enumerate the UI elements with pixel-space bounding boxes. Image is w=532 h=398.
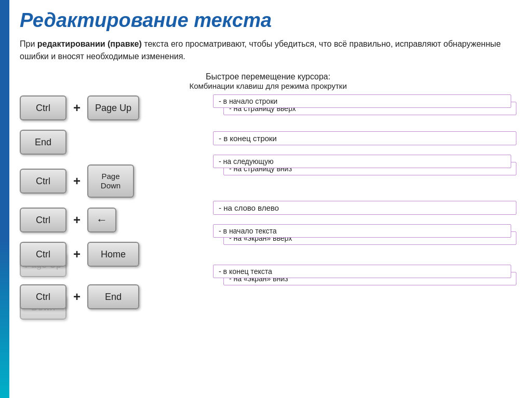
key-end-2: End xyxy=(87,284,139,309)
desc-wordleft: - на слово влево xyxy=(213,201,516,215)
key-row-ctrl-end-wrapper: Down Ctrl + End xyxy=(20,283,207,314)
desc-box-docend: - в конец текста xyxy=(213,265,511,278)
key-arrow-left: ← xyxy=(87,208,116,232)
key-row-ctrl-home: Ctrl + Home xyxy=(20,241,207,268)
fast-move-label: Быстрое перемещение курсора: xyxy=(20,72,516,81)
desc-box-nextword: - на следующую xyxy=(213,155,511,168)
descriptions-column: - на страницу вверх - в начало строки - … xyxy=(213,94,516,314)
key-row-ctrl-end: Ctrl + End xyxy=(20,283,207,310)
section-headers: Быстрое перемещение курсора: Комбинации … xyxy=(20,72,516,90)
intro-part1: При xyxy=(20,39,37,48)
key-ctrl-4: Ctrl xyxy=(20,242,66,267)
intro-bold: редактировании (правке) xyxy=(37,39,142,48)
keys-column: Ctrl + Page Up End Ctrl + PageDown Ctrl … xyxy=(20,94,207,314)
desc-row-4: - на слово влево xyxy=(213,194,516,221)
key-ctrl-2: Ctrl xyxy=(20,169,66,194)
plus-4: + xyxy=(71,247,83,262)
plus-5: + xyxy=(71,290,83,304)
desc-row-6: - на «экран» вниз - в конец текста xyxy=(213,265,516,292)
key-row-ctrl-arrow: Ctrl + ← xyxy=(20,207,207,234)
page-title: Редактирование текста xyxy=(20,9,516,32)
desc-box-docstart: - в начало текста xyxy=(213,224,511,238)
keyboard-layout-area: Ctrl + Page Up End Ctrl + PageDown Ctrl … xyxy=(20,94,516,314)
key-row-ctrl-pageup: Ctrl + Page Up xyxy=(20,94,207,121)
plus-3: + xyxy=(71,213,83,227)
key-row-end: End xyxy=(20,129,207,156)
desc-row-1: - на страницу вверх - в начало строки xyxy=(213,94,516,121)
desc-box-startline: - в начало строки xyxy=(213,94,511,108)
plus-1: + xyxy=(71,101,83,115)
key-ctrl-5: Ctrl xyxy=(20,284,66,309)
key-pagedown: PageDown xyxy=(87,164,134,198)
main-content: Редактирование текста При редактировании… xyxy=(9,0,532,398)
key-pageup: Page Up xyxy=(87,95,139,120)
key-ctrl-3: Ctrl xyxy=(20,208,66,232)
plus-2: + xyxy=(71,174,83,188)
desc-row-3: - на страницу вниз - на следующую xyxy=(213,155,516,191)
key-row-ctrl-home-wrapper: Page Up Ctrl + Home xyxy=(20,241,207,272)
key-home: Home xyxy=(87,242,139,267)
scroll-combo-label: Комбинации клавиш для режима прокрутки xyxy=(20,81,516,90)
left-accent-bar xyxy=(0,0,9,398)
desc-row-2: - в конец строки xyxy=(213,125,516,152)
key-end-1: End xyxy=(20,130,66,155)
key-row-ctrl-pagedown: Ctrl + PageDown xyxy=(20,163,207,199)
intro-paragraph: При редактировании (правке) текста его п… xyxy=(20,38,516,63)
desc-endline: - в конец строки xyxy=(213,131,516,145)
desc-row-5: - на «экран» вверх - в начало текста xyxy=(213,224,516,251)
key-ctrl-1: Ctrl xyxy=(20,95,66,120)
